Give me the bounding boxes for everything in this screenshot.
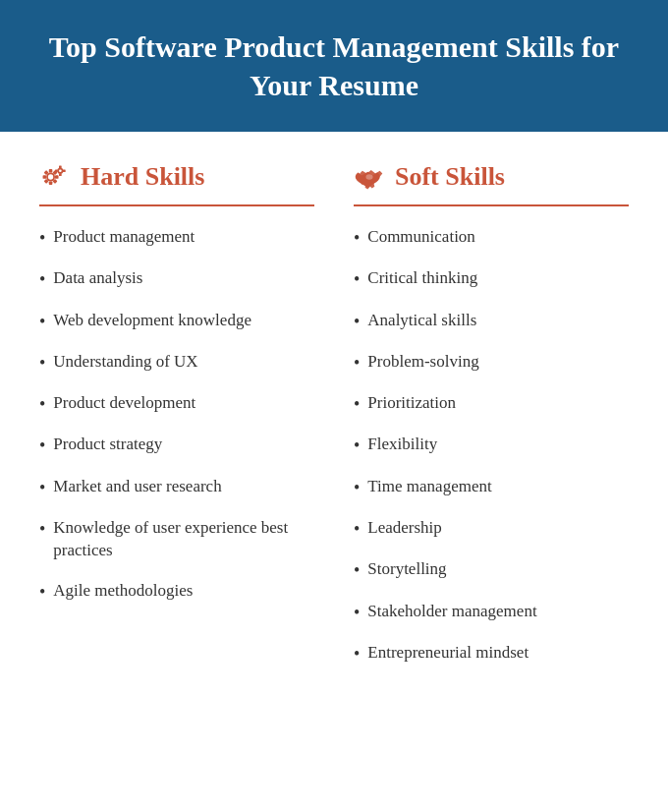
svg-point-16 [365,174,372,179]
svg-rect-2 [49,181,53,185]
content-area: Hard Skills Product managementData analy… [0,132,668,713]
soft-skill-item: Prioritization [354,392,629,416]
hard-skill-item: Knowledge of user experience best practi… [39,517,314,562]
svg-point-15 [59,169,62,172]
soft-skill-item: Flexibility [354,434,629,457]
svg-rect-4 [55,175,59,179]
hard-skill-item: Product management [39,226,314,250]
hard-skill-item: Market and user research [39,476,314,499]
hard-skills-title: Hard Skills [81,162,204,192]
svg-point-9 [48,174,53,179]
svg-rect-11 [59,165,62,168]
hard-skill-item: Data analysis [39,267,314,291]
handshake-icon [354,161,385,193]
soft-skills-column: Soft Skills CommunicationCritical thinki… [344,161,639,683]
svg-rect-12 [59,173,62,176]
soft-skills-header: Soft Skills [354,161,629,193]
hard-skills-column: Hard Skills Product managementData analy… [29,161,324,683]
soft-skill-item: Problem-solving [354,351,629,375]
hard-skill-item: Product strategy [39,434,314,457]
soft-skills-divider [354,204,629,206]
soft-skill-item: Communication [354,226,629,250]
soft-skill-item: Entrepreneurial mindset [354,642,629,666]
soft-skill-item: Storytelling [354,558,629,582]
svg-rect-13 [55,169,58,172]
hard-skill-item: Product development [39,392,314,416]
svg-rect-14 [63,169,66,172]
soft-skill-item: Leadership [354,517,629,541]
gear-icon [39,161,71,193]
hard-skill-item: Understanding of UX [39,351,314,375]
hard-skills-divider [39,204,314,206]
soft-skills-title: Soft Skills [395,162,505,192]
soft-skill-item: Time management [354,476,629,499]
svg-rect-1 [49,169,53,173]
hard-skill-item: Agile methodologies [39,580,314,604]
hard-skills-header: Hard Skills [39,161,314,193]
page-header: Top Software Product Management Skills f… [0,0,668,132]
soft-skill-item: Stakeholder management [354,601,629,624]
svg-rect-3 [43,175,47,179]
soft-skill-item: Analytical skills [354,310,629,333]
soft-skill-item: Critical thinking [354,267,629,291]
page-title: Top Software Product Management Skills f… [39,28,629,104]
hard-skills-list: Product managementData analysisWeb devel… [39,226,314,604]
hard-skill-item: Web development knowledge [39,310,314,333]
soft-skills-list: CommunicationCritical thinkingAnalytical… [354,226,629,666]
